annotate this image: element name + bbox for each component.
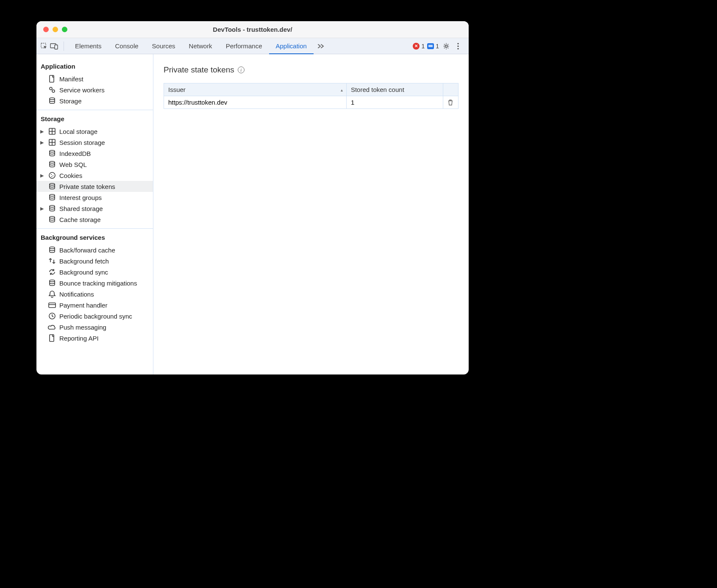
sidebar-item-label: Session storage (59, 139, 105, 146)
sidebar-item-interest-groups[interactable]: ▶Interest groups (36, 192, 153, 203)
sidebar-item-cache-storage[interactable]: ▶Cache storage (36, 214, 153, 225)
window-controls (36, 27, 67, 32)
svg-point-3 (445, 45, 447, 47)
close-window-button[interactable] (43, 27, 49, 32)
sync-icon (48, 268, 56, 276)
zoom-window-button[interactable] (62, 27, 67, 32)
sidebar-item-background-fetch[interactable]: ▶Background fetch (36, 255, 153, 266)
expand-arrow-icon[interactable]: ▶ (39, 173, 45, 178)
sidebar-item-web-sql[interactable]: ▶Web SQL (36, 159, 153, 170)
expand-arrow-icon[interactable]: ▶ (39, 140, 45, 145)
sidebar-item-label: Service workers (59, 86, 105, 94)
sidebar-item-label: Web SQL (59, 161, 87, 168)
tab-elements[interactable]: Elements (68, 38, 108, 54)
expand-arrow-icon[interactable]: ▶ (39, 206, 45, 211)
grid-icon (48, 127, 56, 136)
devtools-toolbar: Elements Console Sources Network Perform… (36, 38, 469, 54)
sidebar-item-payment-handler[interactable]: ▶Payment handler (36, 300, 153, 311)
more-tabs-chevron-icon[interactable] (316, 41, 326, 51)
transfer-icon (48, 257, 56, 265)
sidebar-item-label: Storage (59, 97, 82, 105)
error-icon (413, 43, 420, 50)
db-icon (48, 246, 56, 254)
pane-heading: Private state tokens i (164, 65, 459, 75)
sidebar-section-application: Application (36, 54, 153, 73)
cell-count: 1 (346, 96, 443, 109)
sidebar-item-label: Background fetch (59, 258, 109, 265)
minimize-window-button[interactable] (53, 27, 58, 32)
devtools-window: DevTools - trusttoken.dev/ Elements Cons… (36, 21, 469, 374)
file-icon (48, 75, 56, 83)
db-icon (48, 193, 56, 202)
col-stored-count[interactable]: Stored token count (346, 83, 443, 96)
svg-point-4 (457, 43, 459, 44)
sidebar-item-push-messaging[interactable]: ▶Push messaging (36, 322, 153, 333)
db-icon (48, 182, 56, 191)
issue-icon (427, 43, 434, 49)
sidebar-item-indexeddb[interactable]: ▶IndexedDB (36, 148, 153, 159)
more-options-icon[interactable] (453, 42, 463, 51)
sidebar-item-label: Cookies (59, 172, 82, 179)
device-toolbar-icon[interactable] (49, 41, 59, 51)
error-count-badge[interactable]: 1 (413, 43, 425, 50)
sidebar-item-local-storage[interactable]: ▶Local storage (36, 126, 153, 137)
sidebar-item-back-forward-cache[interactable]: ▶Back/forward cache (36, 244, 153, 255)
sidebar-item-reporting-api[interactable]: ▶Reporting API (36, 333, 153, 344)
card-icon (48, 301, 56, 309)
trash-icon (447, 99, 453, 106)
db-icon (48, 215, 56, 224)
file-icon (48, 334, 56, 342)
cloud-icon (48, 323, 56, 331)
tab-sources[interactable]: Sources (145, 38, 182, 54)
sidebar-item-service-workers[interactable]: ▶Service workers (36, 84, 153, 95)
sidebar-item-label: Private state tokens (59, 183, 115, 190)
sidebar-item-label: Interest groups (59, 194, 102, 201)
sidebar-item-manifest[interactable]: ▶Manifest (36, 73, 153, 84)
sidebar-item-periodic-background-sync[interactable]: ▶Periodic background sync (36, 311, 153, 322)
panel-tabs: Elements Console Sources Network Perform… (68, 38, 326, 54)
gears-icon (48, 86, 56, 94)
delete-row-button[interactable] (443, 96, 459, 109)
sidebar-section-background-services: Background services (36, 229, 153, 244)
error-count: 1 (421, 43, 425, 50)
info-icon[interactable]: i (238, 67, 245, 73)
settings-gear-icon[interactable] (442, 42, 451, 51)
inspect-element-icon[interactable] (39, 41, 49, 51)
sidebar-item-cookies[interactable]: ▶Cookies (36, 170, 153, 181)
col-issuer[interactable]: Issuer ▴ (164, 83, 347, 96)
tab-application[interactable]: Application (269, 39, 314, 54)
tab-network[interactable]: Network (182, 38, 219, 54)
svg-rect-2 (55, 45, 58, 49)
window-title: DevTools - trusttoken.dev/ (36, 26, 469, 33)
sidebar-item-storage[interactable]: ▶Storage (36, 95, 153, 106)
sidebar-item-label: Cache storage (59, 216, 101, 223)
sidebar-item-notifications[interactable]: ▶Notifications (36, 288, 153, 300)
tokens-table: Issuer ▴ Stored token count https://trus… (164, 83, 459, 109)
expand-arrow-icon[interactable]: ▶ (39, 129, 45, 134)
sidebar-item-bounce-tracking-mitigations[interactable]: ▶Bounce tracking mitigations (36, 277, 153, 288)
issue-count: 1 (436, 43, 439, 50)
sidebar-item-private-state-tokens[interactable]: ▶Private state tokens (36, 181, 153, 192)
sidebar-item-session-storage[interactable]: ▶Session storage (36, 137, 153, 148)
sidebar-item-shared-storage[interactable]: ▶Shared storage (36, 203, 153, 214)
sidebar-item-label: Notifications (59, 291, 94, 298)
grid-icon (48, 138, 56, 147)
db-icon (48, 97, 56, 105)
main-pane: Private state tokens i Issuer ▴ Stored t… (153, 54, 469, 374)
tab-performance[interactable]: Performance (219, 38, 269, 54)
svg-point-5 (457, 45, 459, 47)
db-icon (48, 204, 56, 213)
issue-count-badge[interactable]: 1 (427, 43, 439, 50)
col-actions (443, 83, 459, 96)
cookie-icon (48, 171, 56, 180)
cell-issuer: https://trusttoken.dev (164, 96, 347, 109)
clock-icon (48, 312, 56, 320)
sidebar-item-label: Periodic background sync (59, 313, 132, 320)
db-icon (48, 279, 56, 287)
db-icon (48, 160, 56, 169)
sidebar-item-label: Shared storage (59, 205, 103, 212)
sidebar-item-background-sync[interactable]: ▶Background sync (36, 266, 153, 277)
tab-console[interactable]: Console (108, 38, 145, 54)
table-row[interactable]: https://trusttoken.dev1 (164, 96, 459, 109)
svg-point-6 (457, 48, 459, 49)
